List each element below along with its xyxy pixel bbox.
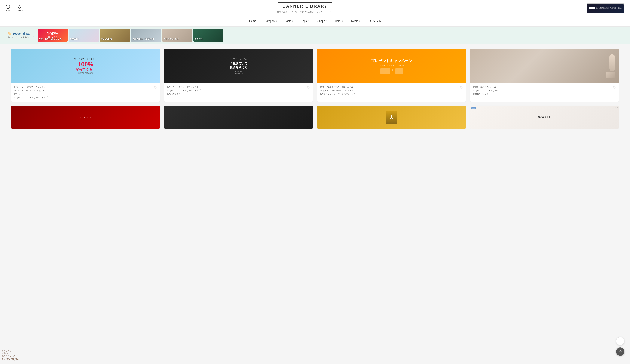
logo-subtitle: 良質で参考になるバナーデザインを集めたギャラリーサイト [277, 11, 333, 14]
seasonal-tags: 100% 戻ってくる #春・100%戻ってくる #母の日 #シズル感 #文字組み… [38, 28, 626, 42]
chevron-down-icon: ▾ [359, 20, 360, 22]
pr-badge: PR [471, 107, 476, 109]
card-6-image [164, 106, 313, 128]
card-grid-row2: キャンペーン ★ PR Waris [11, 106, 619, 128]
header: Info Favorite BANNER LIBRARY 良質で参考になるバナー… [0, 0, 630, 16]
svg-point-3 [369, 20, 371, 22]
seasonal-tag-3[interactable]: #シズル感 [100, 28, 130, 42]
card-5-image: キャンペーン [11, 106, 160, 128]
search-icon [368, 20, 371, 23]
logo-title[interactable]: BANNER LIBRARY [278, 2, 332, 10]
card-4-footer: #美容・コスメ #シンプル #スタイリッシュ・おしゃれ #高級感・シック ♡ [470, 83, 619, 98]
nav-category[interactable]: Category ▾ [260, 16, 281, 26]
chevron-down-icon: ▾ [308, 20, 309, 22]
header-right: Square 個人事業主も安心の最短翌日振込 Ad ✕ [587, 3, 624, 13]
card-1-footer: #インテリア・雑貨 #ファッション #イラスト #カジュアル #かわいい #キャ… [11, 83, 160, 101]
nav-topic[interactable]: Topic ▾ [297, 16, 313, 26]
header-left: Info Favorite [6, 4, 23, 12]
logo-area: BANNER LIBRARY 良質で参考になるバナーデザインを集めたギャラリーサ… [277, 2, 333, 14]
card-3[interactable]: プレゼントキャンペーン フォロー＆リポストで当たる ＋ #飲料・食品 #イラスト… [317, 49, 466, 101]
ad-text: 個人事業主も安心の最短翌日振込 [596, 7, 622, 9]
seasonal-subtitle: 今のシーズンにおすすめのタグ [8, 36, 34, 39]
nav-search[interactable]: Search [364, 20, 385, 23]
chevron-down-icon: ▾ [276, 20, 277, 22]
nav-media[interactable]: Media ▾ [347, 16, 364, 26]
card-4[interactable]: どんな肌も絶品肌へ新エスプリーク ESPRIQUE #美容・コスメ #シンプル … [470, 49, 619, 101]
card-7-image: ★ [317, 106, 466, 128]
seasonal-tag-2[interactable]: #母の日 [69, 28, 99, 42]
card-3-image: プレゼントキャンペーン フォロー＆リポストで当たる ＋ [317, 49, 466, 83]
card-3-favorite[interactable]: ♡ [460, 85, 463, 90]
favorite-label: Favorite [16, 9, 23, 12]
card-2-image: マイケル・サンデル 「生き方」で社会を変える REIMAGINICAPITALI… [164, 49, 313, 83]
seasonal-tag-4[interactable]: #文字組み・文字だけ [131, 28, 161, 42]
svg-point-2 [8, 6, 8, 6]
chevron-down-icon: ▾ [342, 20, 343, 22]
seasonal-title: 🏷️ Seasonal Tag [8, 32, 34, 35]
info-label: Info [6, 9, 10, 12]
main-content: 買って＆売っておトク！ 100% 戻ってくる！ 抽選で最大購入金額 #インテリア… [0, 43, 630, 139]
seasonal-tag-1[interactable]: 100% 戻ってくる #春・100%戻ってくる [38, 28, 68, 42]
main-nav: Home Category ▾ Taste ▾ Topic ▾ Shape ▾ … [0, 16, 630, 27]
header-ad-banner[interactable]: Square 個人事業主も安心の最短翌日振込 Ad ✕ [587, 3, 624, 13]
card-6[interactable] [164, 106, 313, 128]
favorite-button[interactable]: Favorite [16, 4, 23, 12]
card-1-favorite[interactable]: ♡ [154, 85, 157, 90]
nav-taste[interactable]: Taste ▾ [281, 16, 297, 26]
nav-shape[interactable]: Shape ▾ [313, 16, 331, 26]
card-1-image: 買って＆売っておトク！ 100% 戻ってくる！ 抽選で最大購入金額 [11, 49, 160, 83]
card-grid-row1: 買って＆売っておトク！ 100% 戻ってくる！ 抽選で最大購入金額 #インテリア… [11, 49, 619, 101]
card-4-favorite[interactable]: ♡ [613, 85, 616, 90]
card-4-tags: #美容・コスメ #シンプル #スタイリッシュ・おしゃれ #高級感・シック [473, 85, 612, 96]
chevron-down-icon: ▾ [292, 20, 293, 22]
nav-color[interactable]: Color ▾ [331, 16, 347, 26]
card-2-tags: #メディア・イベント #カジュアル #スタイリッシュ・おしゃれ #ポップ #メン… [167, 85, 306, 96]
chevron-down-icon: ▾ [326, 20, 327, 22]
nav-home[interactable]: Home [245, 16, 260, 26]
card-4-image: どんな肌も絶品肌へ新エスプリーク ESPRIQUE [470, 49, 619, 83]
seasonal-tag-5[interactable]: #ファッション [162, 28, 192, 42]
seasonal-label: 🏷️ Seasonal Tag 今のシーズンにおすすめのタグ [4, 32, 38, 39]
svg-line-4 [370, 22, 371, 22]
card-2-favorite[interactable]: ♡ [307, 85, 310, 90]
card-5[interactable]: キャンペーン [11, 106, 160, 128]
card-7[interactable]: ★ [317, 106, 466, 128]
card-8-image: Waris [470, 106, 619, 128]
info-button[interactable]: Info [6, 4, 10, 12]
card-2[interactable]: マイケル・サンデル 「生き方」で社会を変える REIMAGINICAPITALI… [164, 49, 313, 101]
card-1[interactable]: 買って＆売っておトク！ 100% 戻ってくる！ 抽選で最大購入金額 #インテリア… [11, 49, 160, 101]
card-3-tags: #飲料・食品 #イラスト #カジュアル #かわいい #キャンペーン #シンプル … [320, 85, 458, 96]
seasonal-tag-6[interactable]: #セール [193, 28, 224, 42]
ad-badge: Ad ✕ [620, 4, 624, 6]
card-2-footer: #メディア・イベント #カジュアル #スタイリッシュ・おしゃれ #ポップ #メン… [164, 83, 313, 98]
card-8[interactable]: PR Waris Ad ✕ [470, 106, 619, 128]
ad-label-card8: Ad ✕ [614, 107, 618, 108]
card-3-footer: #飲料・食品 #イラスト #カジュアル #かわいい #キャンペーン #シンプル … [317, 83, 466, 98]
seasonal-strip: 🏷️ Seasonal Tag 今のシーズンにおすすめのタグ 100% 戻ってく… [0, 27, 630, 43]
card-1-tags: #インテリア・雑貨 #ファッション #イラスト #カジュアル #かわいい #キャ… [14, 85, 152, 99]
